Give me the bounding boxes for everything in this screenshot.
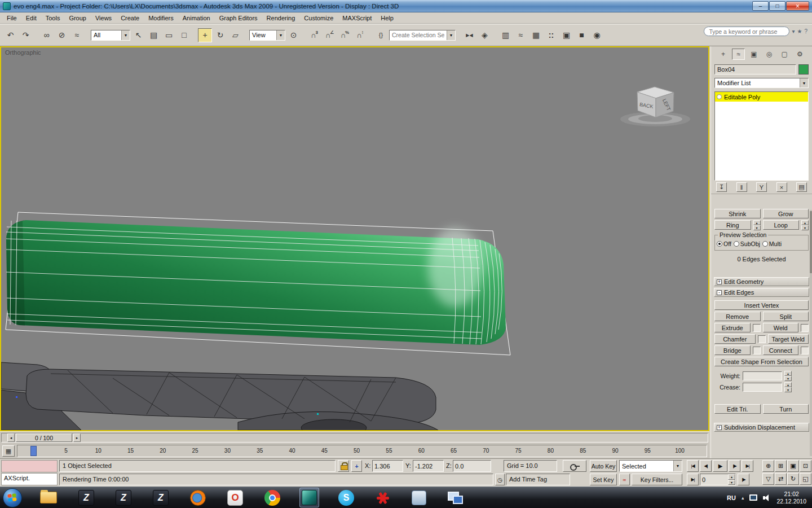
object-color-swatch[interactable]	[798, 64, 809, 75]
schematic-view-button[interactable]: ▦	[529, 28, 543, 42]
help-icon[interactable]: ?	[804, 28, 807, 34]
grow-button[interactable]: Grow	[763, 209, 809, 218]
network-places-taskbar-button[interactable]	[445, 488, 465, 507]
remove-button[interactable]: Remove	[714, 312, 761, 321]
expand-icon[interactable]: +	[717, 279, 722, 284]
mini-curve-editor-button[interactable]: ▦	[2, 445, 15, 457]
chamfer-settings-button[interactable]	[758, 335, 766, 343]
render-setup-button[interactable]: ▣	[559, 28, 573, 42]
time-tag-icon[interactable]: ◷	[495, 474, 505, 485]
connect-button[interactable]: Connect	[763, 345, 799, 355]
next-frame-button-2[interactable]: |▶	[738, 474, 749, 485]
crease-spinner[interactable]: ▴▾	[784, 382, 792, 392]
orbit-icon[interactable]: ↻	[787, 473, 799, 485]
spinner-up-icon[interactable]: ▴	[784, 382, 792, 387]
start-button[interactable]	[3, 488, 22, 507]
menu-rendering[interactable]: Rendering	[262, 14, 300, 23]
current-frame-marker[interactable]	[30, 446, 37, 456]
window-crossing-button[interactable]: □	[177, 28, 191, 42]
weld-button[interactable]: Weld	[763, 323, 799, 332]
menu-views[interactable]: Views	[91, 14, 116, 23]
spinner-down-icon[interactable]: ▾	[784, 387, 792, 392]
chamfer-button[interactable]: Chamfer	[714, 334, 756, 344]
red-app-taskbar-button[interactable]	[373, 488, 392, 507]
bridge-settings-button[interactable]	[753, 347, 761, 354]
track-bar-ruler[interactable]: 0 5 10 15 20 25 30 35 40 45 50 55 60 65 …	[17, 445, 707, 457]
chevron-down-icon[interactable]: ▼	[276, 30, 285, 40]
menu-maxscript[interactable]: MAXScript	[338, 14, 376, 23]
z-app-taskbar-button-3[interactable]: Z	[151, 488, 171, 508]
quick-render-button[interactable]: ◉	[590, 28, 604, 42]
spinner-down-icon[interactable]: ▾	[784, 376, 792, 381]
percent-snap-button[interactable]: ∩%	[338, 28, 352, 42]
display-tray-icon[interactable]	[749, 494, 757, 501]
set-key-button[interactable]: Set Key	[590, 474, 617, 485]
named-selection-set-input[interactable]	[390, 32, 447, 38]
viewcube[interactable]: BACK LEFT	[620, 87, 690, 126]
spinner-snap-button[interactable]: ∩↕	[353, 28, 367, 42]
time-slider-track[interactable]: ◂ 0 / 100 ▸	[1, 433, 708, 443]
select-object-button[interactable]: ↖	[131, 28, 145, 42]
select-and-rotate-button[interactable]: ↻	[213, 28, 227, 42]
viewport-canvas[interactable]: BACK LEFT	[1, 47, 708, 430]
expand-icon[interactable]: +	[717, 425, 722, 430]
preview-off-radio[interactable]	[717, 241, 722, 247]
maxscript-mini-listener[interactable]: AXScript.	[1, 473, 58, 485]
x-coordinate-field[interactable]	[373, 461, 403, 471]
tab-hierarchy-icon[interactable]: ▣	[747, 49, 760, 60]
z-app-taskbar-button-1[interactable]: Z	[76, 488, 96, 508]
curve-editor-button[interactable]: ≈	[514, 28, 528, 42]
chevron-down-icon[interactable]: ▼	[121, 30, 130, 40]
viewport-label[interactable]: Orthographic	[5, 49, 41, 56]
named-selection-set-combo[interactable]: ▼	[389, 30, 456, 41]
show-end-result-icon[interactable]: ‖	[736, 182, 747, 192]
tab-modify-icon[interactable]: ≈	[732, 49, 745, 60]
select-by-name-button[interactable]: ▤	[147, 28, 161, 42]
menu-graph-editors[interactable]: Graph Editors	[215, 14, 262, 23]
target-weld-button[interactable]: Target Weld	[768, 334, 809, 344]
redo-button[interactable]: ↷	[19, 28, 33, 42]
modifier-stack-item[interactable]: Editable Poly	[715, 92, 808, 102]
rollout-edit-edges[interactable]: - Edit Edges	[714, 288, 809, 297]
spinner-up-icon[interactable]: ▴	[728, 474, 735, 480]
show-hidden-icons-arrow[interactable]: ▴	[742, 495, 744, 501]
background-engine-mesh[interactable]	[1, 362, 438, 430]
zoom-all-icon[interactable]: ⊞	[775, 460, 787, 472]
crease-field[interactable]	[743, 383, 782, 392]
layer-manager-button[interactable]: ▥	[498, 28, 513, 42]
key-filters-button[interactable]: Key Filters...	[632, 474, 682, 485]
pin-stack-icon[interactable]: ↧	[716, 182, 727, 192]
rendered-frame-window-button[interactable]: ■	[575, 28, 589, 42]
ring-button[interactable]: Ring	[714, 220, 751, 230]
turn-button[interactable]: Turn	[763, 404, 809, 414]
3dsmax-taskbar-button[interactable]	[299, 488, 319, 507]
opera-taskbar-button[interactable]: O	[225, 488, 245, 508]
weight-spinner[interactable]: ▴▾	[784, 371, 792, 380]
make-unique-icon[interactable]: Y	[756, 182, 767, 192]
language-indicator[interactable]: RU	[727, 494, 736, 501]
unlink-selection-button[interactable]: ⊘	[55, 28, 69, 42]
add-time-tag[interactable]: Add Time Tag	[506, 474, 570, 485]
edit-named-selection-sets-button[interactable]: {}	[374, 28, 388, 42]
go-to-start-button[interactable]: |◀	[687, 460, 699, 472]
favorites-star-icon[interactable]: ★	[797, 28, 802, 34]
chrome-taskbar-button[interactable]	[262, 488, 283, 508]
ring-spinner[interactable]: ▴▾	[753, 220, 761, 230]
select-and-scale-button[interactable]: ▱	[228, 28, 242, 42]
select-and-link-button[interactable]: ∞	[39, 28, 54, 42]
collapse-icon[interactable]: -	[717, 290, 722, 295]
menu-modifiers[interactable]: Modifiers	[144, 14, 178, 23]
search-dropdown-icon[interactable]: ▾	[792, 28, 795, 34]
y-coordinate-field[interactable]	[413, 461, 443, 471]
material-editor-button[interactable]: ::	[544, 28, 558, 42]
menu-help[interactable]: Help	[376, 14, 398, 23]
tab-display-icon[interactable]: ▢	[778, 49, 791, 60]
mirror-button[interactable]: ▶◀	[462, 28, 476, 42]
spinner-down-icon[interactable]: ▾	[801, 225, 809, 230]
preview-off-label[interactable]: Off	[723, 240, 731, 247]
close-button[interactable]: ×	[786, 1, 809, 11]
selected-box-mesh[interactable]	[6, 220, 506, 345]
volume-tray-icon[interactable]	[763, 494, 771, 501]
extrude-button[interactable]: Extrude	[714, 323, 751, 332]
undo-button[interactable]: ↶	[3, 28, 17, 42]
